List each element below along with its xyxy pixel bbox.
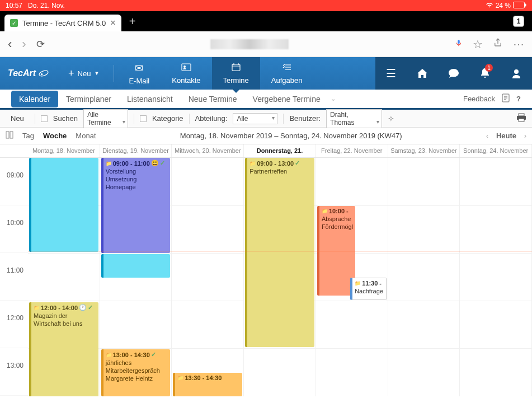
prev-week[interactable]: ‹ [486,132,488,140]
event[interactable]: 📁11:30 - Nachfrage [350,278,386,300]
menu-icon[interactable]: ☰ [375,57,407,90]
day-header[interactable]: Samstag, 23. November [388,144,460,157]
svg-point-6 [183,65,186,68]
termine-select[interactable]: Alle Termine [83,109,128,128]
day-header[interactable]: Sonntag, 24. November [460,144,532,157]
tab-counter[interactable]: 1 [513,16,524,27]
nav-neu[interactable]: + Neu ▼ [57,57,110,90]
app-header: TecArt + Neu ▼ ✉ E-Mail Kontakte Termine… [0,57,532,90]
abteilung-label: Abteilung: [195,114,228,123]
svg-point-4 [41,73,43,75]
layout-icon[interactable] [6,131,13,141]
share-icon[interactable] [493,38,503,50]
calendar-grid: 09:00 10:00 11:00 12:00 13:00 📁12:00 - 1… [0,158,532,396]
time-label: 09:00 [7,171,23,179]
back-button[interactable]: ‹ [8,37,12,51]
status-date: Do. 21. Nov. [28,2,65,10]
user-icon[interactable] [501,57,532,90]
event[interactable]: 📁09:00 - 13:00 ✓ Partnertreffen [245,158,314,347]
chat-icon[interactable] [438,57,469,90]
forward-button[interactable]: › [22,37,26,51]
wifi-icon [486,2,493,10]
svg-rect-22 [6,132,9,138]
tab-neue-termine[interactable]: Neue Termine [181,91,245,107]
tasks-icon [283,62,291,74]
tab-title: Termine - TecArt CRM 5.0 [22,19,106,27]
event[interactable]: 📁12:00 - 14:00 🕐✓ Magazin der Wirtschaft… [29,302,98,396]
suchen-label: Suchen [53,114,78,123]
calendar-icon [232,62,241,74]
day-header-today[interactable]: Donnerstag, 21. [244,144,316,157]
tab-kalender[interactable]: Kalender [11,91,58,107]
svg-rect-19 [519,114,524,116]
bell-icon[interactable]: 1 [469,57,501,90]
benutzer-select[interactable]: Draht, Thomas [326,109,382,128]
close-icon[interactable]: × [110,18,115,28]
url-bar[interactable] [55,39,445,49]
nav-aufgaben[interactable]: Aufgaben [260,57,314,90]
today-button[interactable]: Heute [496,132,516,140]
time-label: 12:00 [7,314,23,322]
tab-listenansicht[interactable]: Listenansicht [119,91,181,107]
abteilung-select[interactable]: Alle [233,113,277,124]
app-logo[interactable]: TecArt [0,57,57,90]
new-tab-button[interactable]: + [129,15,136,28]
day-column-wed[interactable]: 📁13:30 - 14:30 [172,158,244,396]
day-column-fri[interactable]: 📁10:00 - Absprache Fördermögl 📁11:30 - N… [316,158,388,396]
help-icon[interactable]: ? [516,95,521,103]
tab-vergebene-termine[interactable]: Vergebene Termine [245,91,328,107]
print-icon[interactable] [516,113,526,124]
svg-rect-21 [519,119,524,121]
view-monat[interactable]: Monat [76,132,96,140]
tab-terminplaner[interactable]: Terminplaner [58,91,119,107]
time-label: 10:00 [7,219,23,227]
doc-icon[interactable] [502,93,510,104]
day-column-thu[interactable]: 📁09:00 - 13:00 ✓ Partnertreffen [244,158,316,396]
reload-button[interactable]: ⟳ [36,38,45,50]
svg-rect-2 [514,3,517,7]
browser-toolbar: ‹ › ⟳ ☆ ⋯ [0,31,532,57]
browser-tab[interactable]: ✓ Termine - TecArt CRM 5.0 × [4,15,121,31]
more-icon[interactable]: ⋯ [513,38,524,51]
svg-point-3 [39,69,49,77]
svg-rect-1 [525,3,526,6]
day-header[interactable]: Dienstag, 19. November [100,144,172,157]
sync-icon[interactable]: ✧ [388,114,394,123]
event-block[interactable] [101,254,171,278]
svg-rect-5 [182,64,191,71]
suchen-checkbox[interactable] [41,115,48,122]
event-block[interactable] [29,158,98,252]
battery-percent: 24 % [496,2,511,10]
feedback-link[interactable]: Feedback [463,95,495,103]
event[interactable]: 📁13:00 - 14:30 ✓ jährliches Mitarbeiterg… [101,349,171,396]
day-header[interactable]: Montag, 18. November [28,144,100,157]
star-icon[interactable]: ☆ [473,38,483,51]
email-icon: ✉ [135,62,143,74]
next-week[interactable]: › [524,132,526,140]
date-range: Montag, 18. November 2019 – Sonntag, 24.… [105,132,477,140]
day-header[interactable]: Freitag, 22. November [316,144,388,157]
plus-icon: + [68,68,74,79]
svg-rect-7 [232,64,240,71]
voice-search-icon[interactable] [455,39,463,49]
view-tag[interactable]: Tag [22,132,34,140]
day-column-sun[interactable] [460,158,532,396]
kategorie-checkbox[interactable] [140,115,147,122]
day-column-sat[interactable] [388,158,460,396]
view-woche[interactable]: Woche [43,132,67,140]
nav-kontakte[interactable]: Kontakte [161,57,211,90]
now-indicator [28,251,532,251]
day-column-tue[interactable]: 📁09:00 - 11:00 😃✓ Vorstellung Umsetzung … [100,158,172,396]
day-column-mon[interactable]: 📁12:00 - 14:00 🕐✓ Magazin der Wirtschaft… [28,158,100,396]
home-icon[interactable] [407,57,438,90]
chevron-down-icon: ▼ [94,71,99,76]
nav-email[interactable]: ✉ E-Mail [117,57,161,90]
event[interactable]: 📁09:00 - 11:00 😃✓ Vorstellung Umsetzung … [101,158,171,253]
day-header[interactable]: Mittwoch, 20. November [172,144,244,157]
chevron-down-icon[interactable]: ⌄ [331,95,336,102]
event[interactable]: 📁13:30 - 14:30 [173,373,242,396]
neu-button[interactable]: Neu [6,112,29,125]
filter-bar: Neu Suchen Alle Termine Kategorie Abteil… [0,110,532,128]
time-label: 11:00 [7,266,23,274]
nav-termine[interactable]: Termine [212,57,260,90]
